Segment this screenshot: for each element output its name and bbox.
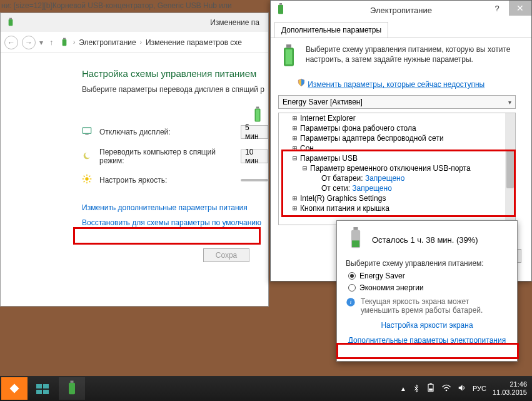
plan-option-energy-saver[interactable]: Energy Saver: [346, 272, 508, 280]
brightness-row: Настроить яркость:: [82, 174, 268, 186]
svg-point-10: [85, 152, 91, 158]
svg-point-11: [85, 177, 88, 180]
sleep-row: Переводить компьютер в спящий режим: 10 …: [82, 148, 268, 165]
radio-icon: [348, 272, 356, 280]
page-subtext: Выберите параметры перевода дисплея в сп…: [82, 85, 268, 94]
row-label: Настроить яркость:: [99, 176, 234, 185]
sun-icon: [82, 174, 93, 186]
battery-icon: [6, 18, 16, 28]
svg-line-16: [84, 176, 85, 177]
start-button[interactable]: [1, 377, 28, 400]
truncated-background-text: ни: [size=12][b]Корневой USB-концентрато…: [1, 1, 232, 10]
tree-node[interactable]: Internet Explorer: [300, 114, 356, 123]
svg-rect-27: [352, 240, 359, 247]
breadcrumb-bar: ← → ▾ ↑ › Электропитание › Изменение пар…: [1, 32, 268, 53]
svg-rect-34: [69, 383, 75, 394]
edit-plan-window: Изменение па ← → ▾ ↑ › Электропитание › …: [0, 13, 269, 307]
chevron-down-icon[interactable]: ▾: [39, 38, 43, 47]
svg-rect-21: [279, 3, 282, 5]
change-unavailable-link[interactable]: Изменить параметры, которые сейчас недос…: [308, 80, 484, 89]
tree-leaf-value[interactable]: Запрещено: [365, 174, 404, 183]
svg-rect-0: [9, 19, 13, 26]
row-label: Переводить компьютер в спящий режим:: [99, 148, 234, 165]
svg-line-18: [84, 181, 85, 182]
settings-tree[interactable]: ⊞Internet Explorer ⊞Параметры фона рабоч…: [278, 113, 516, 225]
more-power-options-link[interactable]: Дополнительные параметры электропитания: [346, 336, 508, 345]
svg-rect-37: [429, 383, 431, 385]
chevron-down-icon: ▾: [508, 99, 511, 106]
tray-bluetooth-icon[interactable]: [413, 383, 420, 393]
chevron-right-icon: ›: [140, 39, 142, 46]
shield-icon: [297, 80, 308, 89]
svg-rect-26: [353, 227, 358, 230]
battery-icon: [252, 106, 263, 125]
tray-battery-icon[interactable]: [426, 383, 435, 394]
svg-text:i: i: [350, 299, 352, 305]
display-off-row: Отключать дисплей: 5 мин: [82, 125, 268, 139]
svg-rect-24: [286, 49, 293, 64]
breadcrumb-item[interactable]: Электропитание: [79, 38, 136, 47]
display-off-dropdown[interactable]: 5 мин: [241, 125, 268, 139]
sleep-dropdown[interactable]: 10 мин: [241, 150, 268, 163]
svg-rect-31: [43, 384, 49, 388]
svg-line-17: [89, 181, 90, 182]
save-button[interactable]: Сохра: [203, 248, 249, 262]
tree-node-usb-suspend[interactable]: Параметр временного отключения USB-порта: [310, 164, 471, 173]
taskbar-app[interactable]: [30, 377, 56, 400]
nav-up-button[interactable]: ↑: [47, 36, 56, 49]
tree-node-usb[interactable]: Параметры USB: [300, 154, 358, 163]
tab-advanced[interactable]: Дополнительные параметры: [274, 22, 388, 38]
titlebar: Изменение па: [1, 13, 268, 32]
battery-icon: [276, 3, 286, 18]
tree-node[interactable]: Intel(R) Graphics Settings: [300, 194, 386, 203]
svg-rect-33: [43, 390, 49, 394]
restore-defaults-link[interactable]: Восстановить для схемы параметры по умол…: [82, 218, 268, 227]
svg-rect-30: [36, 384, 42, 388]
radio-icon: [348, 284, 356, 292]
svg-rect-35: [71, 381, 74, 383]
dialog-intro: Выберите схему управления питанием, кото…: [278, 44, 524, 72]
tab-strip: Дополнительные параметры: [271, 19, 531, 38]
tree-node[interactable]: Сон: [300, 144, 314, 153]
close-button[interactable]: ✕: [509, 1, 531, 16]
tree-node[interactable]: Параметры адаптера беспроводной сети: [300, 134, 444, 143]
svg-rect-20: [278, 4, 283, 14]
help-button[interactable]: ?: [486, 1, 508, 16]
brightness-slider[interactable]: [241, 179, 268, 181]
svg-rect-7: [83, 128, 91, 133]
svg-rect-38: [429, 388, 433, 390]
tray-overflow-icon[interactable]: ▲: [400, 385, 406, 392]
brightness-warning: i Текущая яркость экрана может уменьшить…: [346, 297, 508, 315]
monitor-icon: [82, 126, 93, 138]
tree-leaf-label: От батареи:: [321, 174, 363, 183]
nav-back-button[interactable]: ←: [4, 36, 18, 49]
tray-volume-icon[interactable]: [458, 383, 466, 393]
taskbar-app-power[interactable]: [59, 377, 85, 400]
battery-remaining-text: Осталось 1 ч. 38 мин. (39%): [372, 235, 478, 245]
brightness-settings-link[interactable]: Настройка яркости экрана: [346, 321, 508, 330]
moon-icon: [82, 151, 93, 163]
nav-forward-button[interactable]: →: [22, 36, 36, 49]
dialog-titlebar: Электропитание ? ✕: [271, 1, 531, 19]
tree-node[interactable]: Кнопки питания и крышка: [300, 204, 389, 213]
row-label: Отключать дисплей:: [99, 128, 234, 136]
tray-wifi-icon[interactable]: [441, 383, 451, 393]
tray-clock[interactable]: 21:46 11.03.2015: [493, 380, 527, 397]
tray-language[interactable]: РУС: [473, 385, 486, 392]
battery-icon: [278, 44, 299, 72]
svg-rect-6: [256, 109, 259, 121]
plan-combobox[interactable]: Energy Saver [Активен] ▾: [278, 95, 516, 109]
tree-node[interactable]: Параметры фона рабочего стола: [300, 124, 416, 133]
advanced-power-link[interactable]: Изменить дополнительные параметры питани…: [82, 203, 268, 212]
svg-rect-8: [85, 134, 88, 135]
breadcrumb-item[interactable]: Изменение параметров схе: [146, 38, 242, 47]
scrollbar[interactable]: [505, 113, 515, 225]
tree-leaf-value[interactable]: Запрещено: [352, 184, 391, 193]
svg-point-39: [446, 390, 448, 392]
system-tray: ▲ РУС 21:46 11.03.2015: [400, 380, 532, 397]
page-heading: Настройка схемы управления питанием: [82, 68, 268, 79]
info-icon: i: [346, 297, 356, 315]
plan-option-economy[interactable]: Экономия энергии: [346, 283, 508, 292]
window-title: Изменение па: [16, 18, 263, 27]
svg-rect-5: [256, 107, 259, 109]
